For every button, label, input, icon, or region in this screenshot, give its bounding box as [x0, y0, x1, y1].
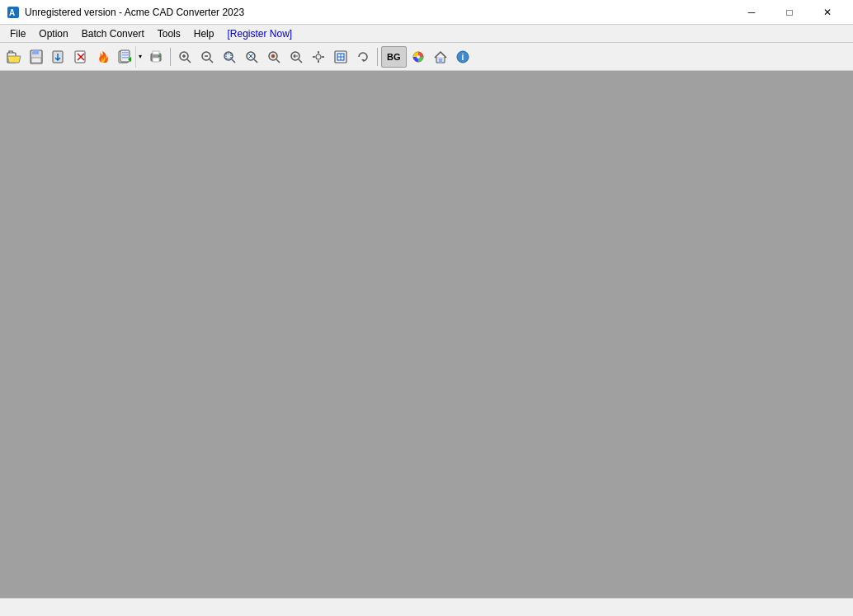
zoom-in-button[interactable]	[174, 46, 196, 68]
convert-icon	[96, 49, 111, 64]
close-button[interactable]: ✕	[808, 0, 846, 25]
menu-file[interactable]: File	[3, 25, 32, 43]
svg-line-32	[254, 59, 257, 63]
minimize-button[interactable]: ─	[733, 0, 771, 25]
svg-rect-5	[31, 58, 41, 63]
svg-text:A: A	[9, 8, 15, 17]
info-icon: i	[455, 49, 470, 64]
svg-rect-13	[122, 54, 129, 56]
separator-2	[377, 48, 378, 66]
svg-point-40	[316, 54, 321, 59]
redraw-icon	[356, 49, 370, 64]
svg-text:i: i	[461, 53, 464, 62]
zoom-prev-icon	[289, 49, 304, 64]
zoom-all-icon	[244, 49, 259, 64]
close-file-icon	[73, 49, 88, 64]
home-icon	[433, 49, 448, 64]
app-icon: A	[7, 6, 20, 19]
menu-batch-convert[interactable]: Batch Convert	[75, 25, 151, 43]
bg-button[interactable]: BG	[381, 46, 407, 68]
convert-button[interactable]	[92, 46, 114, 68]
svg-rect-4	[32, 50, 39, 54]
batch-dropdown-arrow[interactable]: ▾	[135, 46, 144, 68]
menu-bar: File Option Batch Convert Tools Help [Re…	[0, 25, 853, 43]
svg-line-34	[276, 59, 280, 63]
pan-icon	[311, 49, 326, 64]
home-button[interactable]	[430, 46, 451, 68]
color1-button[interactable]	[408, 46, 429, 68]
menu-option[interactable]: Option	[32, 25, 74, 43]
svg-line-39	[299, 59, 302, 63]
zoom-window-icon	[222, 49, 237, 64]
zoom-extents-icon	[333, 49, 348, 64]
svg-line-28	[232, 59, 235, 63]
svg-line-22	[187, 59, 191, 63]
menu-tools[interactable]: Tools	[151, 25, 187, 43]
pan-button[interactable]	[308, 46, 329, 68]
zoom-realtime-icon	[266, 49, 281, 64]
open-icon	[7, 49, 21, 64]
svg-rect-16	[153, 58, 159, 62]
window-title: Unregistered version - Acme CAD Converte…	[25, 7, 244, 18]
svg-line-25	[210, 59, 213, 63]
batch-button[interactable]: ▾	[115, 46, 144, 68]
color1-icon	[411, 49, 426, 64]
title-bar: A Unregistered version - Acme CAD Conver…	[0, 0, 853, 25]
main-canvas[interactable]	[0, 71, 853, 598]
svg-rect-14	[122, 57, 129, 59]
batch-icon	[115, 46, 135, 68]
save-as-button[interactable]	[48, 46, 69, 68]
print-icon	[148, 49, 163, 64]
save-icon	[29, 49, 44, 64]
maximize-button[interactable]: □	[771, 0, 808, 25]
bg-label: BG	[387, 52, 401, 62]
zoom-out-button[interactable]	[196, 46, 218, 68]
svg-rect-17	[153, 51, 159, 54]
redraw-button[interactable]	[352, 46, 374, 68]
svg-rect-27	[226, 54, 231, 59]
svg-rect-12	[122, 52, 129, 54]
open-button[interactable]	[3, 46, 25, 68]
zoom-all-button[interactable]	[241, 46, 262, 68]
svg-point-46	[417, 55, 420, 59]
separator-1	[170, 48, 171, 66]
print-button[interactable]	[145, 46, 167, 68]
status-bar	[0, 598, 853, 616]
zoom-extents-button[interactable]	[330, 46, 351, 68]
svg-point-18	[158, 55, 160, 57]
zoom-realtime-button[interactable]	[263, 46, 285, 68]
zoom-in-icon	[177, 49, 192, 64]
toolbar: ▾	[0, 43, 853, 71]
window-controls: ─ □ ✕	[733, 0, 846, 25]
close-file-button[interactable]	[70, 46, 92, 68]
menu-help[interactable]: Help	[187, 25, 221, 43]
svg-rect-47	[439, 59, 442, 63]
title-bar-left: A Unregistered version - Acme CAD Conver…	[7, 6, 244, 19]
menu-register[interactable]: [Register Now]	[220, 25, 299, 43]
info-button[interactable]: i	[452, 46, 474, 68]
zoom-out-icon	[200, 49, 214, 64]
save-as-icon	[51, 49, 66, 64]
zoom-prev-button[interactable]	[285, 46, 307, 68]
zoom-window-button[interactable]	[219, 46, 240, 68]
save-button[interactable]	[26, 46, 47, 68]
